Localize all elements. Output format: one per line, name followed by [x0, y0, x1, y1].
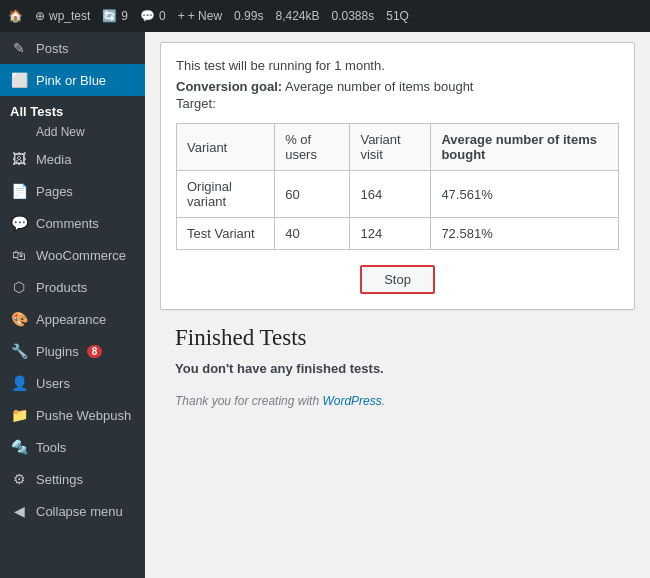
sidebar-item-appearance[interactable]: 🎨 Appearance [0, 303, 145, 335]
finished-title: Finished Tests [175, 325, 620, 351]
table-row: Test Variant 40 124 72.581% [177, 218, 619, 250]
comments-count: 0 [159, 9, 166, 23]
sidebar-item-media[interactable]: 🖼 Media [0, 143, 145, 175]
col-variant: Variant [177, 124, 275, 171]
sidebar-item-comments[interactable]: 💬 Comments [0, 207, 145, 239]
finished-description: You don't have any finished tests. [175, 361, 620, 376]
cell-avg: 72.581% [431, 218, 619, 250]
ab-test-table: Variant % of users Variant visit Average… [176, 123, 619, 250]
main-content: This test will be running for 1 month. C… [145, 32, 650, 578]
sidebar-item-pushe-webpush[interactable]: 📁 Pushe Webpush [0, 399, 145, 431]
sidebar-item-tools[interactable]: 🔩 Tools [0, 431, 145, 463]
admin-bar-perf3: 0.0388s [332, 9, 375, 23]
pushe-icon: 📁 [10, 407, 28, 423]
pink-blue-icon: ⬜ [10, 72, 28, 88]
test-card: This test will be running for 1 month. C… [160, 42, 635, 310]
footer-text: Thank you for creating with [175, 394, 319, 408]
comments-icon: 💬 [140, 9, 155, 23]
admin-bar-perf2: 8,424kB [275, 9, 319, 23]
col-avg-items: Average number of items bought [431, 124, 619, 171]
admin-bar-wp-icon[interactable]: 🏠 [8, 9, 23, 23]
sidebar-item-label: Users [36, 376, 70, 391]
conversion-label: Conversion goal: [176, 79, 282, 94]
sidebar-item-plugins[interactable]: 🔧 Plugins 8 [0, 335, 145, 367]
all-tests-label: All Tests [0, 96, 145, 121]
finished-tests-section: Finished Tests You don't have any finish… [160, 325, 635, 386]
updates-count: 9 [121, 9, 128, 23]
sidebar: ✎ Posts ⬜ Pink or Blue All Tests Add New… [0, 32, 145, 578]
cell-pct: 60 [275, 171, 350, 218]
comments-icon: 💬 [10, 215, 28, 231]
table-row: Original variant 60 164 47.561% [177, 171, 619, 218]
admin-bar-updates[interactable]: 🔄 9 [102, 9, 128, 23]
site-name: wp_test [49, 9, 90, 23]
sidebar-item-settings[interactable]: ⚙ Settings [0, 463, 145, 495]
target-label: Target: [176, 96, 619, 111]
cell-pct: 40 [275, 218, 350, 250]
stop-button-wrapper: Stop [176, 265, 619, 294]
col-variant-visit: Variant visit [350, 124, 431, 171]
new-label: + New [188, 9, 222, 23]
sidebar-item-pink-or-blue[interactable]: ⬜ Pink or Blue [0, 64, 145, 96]
appearance-icon: 🎨 [10, 311, 28, 327]
conversion-value: Average number of items bought [285, 79, 473, 94]
pages-icon: 📄 [10, 183, 28, 199]
sidebar-item-users[interactable]: 👤 Users [0, 367, 145, 399]
admin-bar-new[interactable]: + + New [178, 9, 222, 23]
cell-variant: Original variant [177, 171, 275, 218]
products-icon: ⬡ [10, 279, 28, 295]
wp-icon: 🏠 [8, 9, 23, 23]
sidebar-item-posts[interactable]: ✎ Posts [0, 32, 145, 64]
site-icon: ⊕ [35, 9, 45, 23]
sidebar-item-label: Appearance [36, 312, 106, 327]
tools-icon: 🔩 [10, 439, 28, 455]
sidebar-item-woocommerce[interactable]: 🛍 WooCommerce [0, 239, 145, 271]
stop-button[interactable]: Stop [360, 265, 435, 294]
cell-variant: Test Variant [177, 218, 275, 250]
settings-icon: ⚙ [10, 471, 28, 487]
sidebar-item-label: WooCommerce [36, 248, 126, 263]
posts-icon: ✎ [10, 40, 28, 56]
collapse-label: Collapse menu [36, 504, 123, 519]
col-pct-users: % of users [275, 124, 350, 171]
cell-avg: 47.561% [431, 171, 619, 218]
sidebar-item-label: Products [36, 280, 87, 295]
running-description: This test will be running for 1 month. [176, 58, 619, 73]
admin-bar-perf4: 51Q [386, 9, 409, 23]
admin-bar-perf1: 0.99s [234, 9, 263, 23]
conversion-goal: Conversion goal: Average number of items… [176, 79, 619, 94]
sidebar-item-label: Tools [36, 440, 66, 455]
sidebar-item-label: Plugins [36, 344, 79, 359]
sidebar-item-label: Comments [36, 216, 99, 231]
updates-icon: 🔄 [102, 9, 117, 23]
sidebar-item-label: Media [36, 152, 71, 167]
sidebar-item-pages[interactable]: 📄 Pages [0, 175, 145, 207]
plugins-badge: 8 [87, 345, 103, 358]
media-icon: 🖼 [10, 151, 28, 167]
admin-bar-comments[interactable]: 💬 0 [140, 9, 166, 23]
sidebar-add-new[interactable]: Add New [0, 121, 145, 143]
footer-wp-link[interactable]: WordPress [322, 394, 381, 408]
woocommerce-icon: 🛍 [10, 247, 28, 263]
sidebar-item-label: Posts [36, 41, 69, 56]
sidebar-item-label: Pages [36, 184, 73, 199]
plugins-icon: 🔧 [10, 343, 28, 359]
sidebar-item-products[interactable]: ⬡ Products [0, 271, 145, 303]
cell-visit: 164 [350, 171, 431, 218]
cell-visit: 124 [350, 218, 431, 250]
collapse-icon: ◀ [10, 503, 28, 519]
users-icon: 👤 [10, 375, 28, 391]
sidebar-collapse-menu[interactable]: ◀ Collapse menu [0, 495, 145, 527]
admin-bar-site[interactable]: ⊕ wp_test [35, 9, 90, 23]
sidebar-item-label: Pushe Webpush [36, 408, 131, 423]
sidebar-item-label: Pink or Blue [36, 73, 106, 88]
admin-bar: 🏠 ⊕ wp_test 🔄 9 💬 0 + + New 0.99s 8,424k… [0, 0, 650, 32]
plus-icon: + [178, 9, 185, 23]
sidebar-item-label: Settings [36, 472, 83, 487]
wp-footer: Thank you for creating with WordPress. [160, 386, 635, 416]
